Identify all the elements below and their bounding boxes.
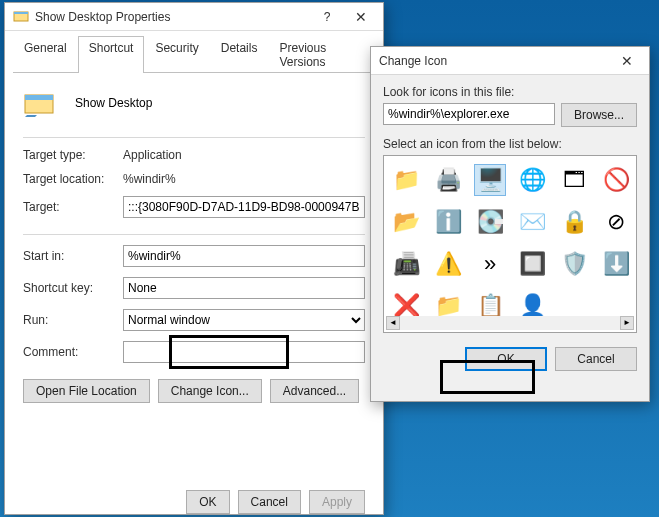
cancel-button[interactable]: Cancel <box>238 490 301 514</box>
svg-rect-1 <box>14 12 28 14</box>
target-input[interactable] <box>123 196 365 218</box>
change-icon-button[interactable]: Change Icon... <box>158 379 262 403</box>
comment-label: Comment: <box>23 345 123 359</box>
open-file-location-button[interactable]: Open File Location <box>23 379 150 403</box>
start-in-label: Start in: <box>23 249 123 263</box>
target-type-value: Application <box>123 148 182 162</box>
warning-icon[interactable]: ⚠️ <box>432 248 464 280</box>
cascade-windows-icon[interactable]: 🗔 <box>558 164 590 196</box>
tab-details[interactable]: Details <box>210 36 269 73</box>
scroll-right-icon[interactable]: ► <box>620 316 634 330</box>
change-icon-ok-button[interactable]: OK <box>465 347 547 371</box>
svg-marker-4 <box>25 115 37 117</box>
drive-icon[interactable]: 💽 <box>474 206 506 238</box>
folder-open-icon[interactable]: 📂 <box>390 206 422 238</box>
secure-globe-icon[interactable]: 🔒 <box>558 206 590 238</box>
change-icon-dialog: Change Icon ✕ Look for icons in this fil… <box>370 46 650 402</box>
scroll-left-icon[interactable]: ◄ <box>386 316 400 330</box>
icon-list[interactable]: 📁🖨️🖥️🌐🗔🚫📂ℹ️💽✉️🔒⊘📠⚠️»🔲🛡️⬇️❌📁📋👤 ◄ ► <box>383 155 637 333</box>
folder-icon[interactable]: 📁 <box>390 164 422 196</box>
change-icon-title: Change Icon <box>379 54 447 68</box>
block-icon[interactable]: ⊘ <box>600 206 632 238</box>
shortcut-key-label: Shortcut key: <box>23 281 123 295</box>
icon-path-input[interactable] <box>383 103 555 125</box>
tab-general[interactable]: General <box>13 36 78 73</box>
mail-icon[interactable]: ✉️ <box>516 206 548 238</box>
target-location-value: %windir% <box>123 172 176 186</box>
shortcut-key-input[interactable] <box>123 277 365 299</box>
close-icon[interactable]: ✕ <box>341 6 381 28</box>
target-label: Target: <box>23 200 123 214</box>
tab-security[interactable]: Security <box>144 36 209 73</box>
tab-shortcut[interactable]: Shortcut <box>78 36 145 73</box>
properties-tabs: General Shortcut Security Details Previo… <box>13 35 375 73</box>
shield-globe-icon[interactable]: 🛡️ <box>558 248 590 280</box>
tab-previous-versions[interactable]: Previous Versions <box>268 36 375 73</box>
target-type-label: Target type: <box>23 148 123 162</box>
ok-button[interactable]: OK <box>186 490 229 514</box>
select-icon-label: Select an icon from the list below: <box>383 137 637 151</box>
monitor-icon[interactable]: 🖥️ <box>474 164 506 196</box>
properties-dialog: Show Desktop Properties ? ✕ General Shor… <box>4 2 384 515</box>
run-label: Run: <box>23 313 123 327</box>
globe-icon[interactable]: 🌐 <box>516 164 548 196</box>
svg-rect-3 <box>25 95 53 100</box>
close-icon[interactable]: ✕ <box>607 50 647 72</box>
fast-forward-icon[interactable]: » <box>474 248 506 280</box>
info-icon[interactable]: ℹ️ <box>432 206 464 238</box>
window-grid-icon[interactable]: 🔲 <box>516 248 548 280</box>
icon-list-scrollbar[interactable]: ◄ ► <box>386 316 634 330</box>
properties-titlebar[interactable]: Show Desktop Properties ? ✕ <box>5 3 383 31</box>
properties-title: Show Desktop Properties <box>35 10 170 24</box>
run-select[interactable]: Normal window <box>123 309 365 331</box>
change-icon-titlebar[interactable]: Change Icon ✕ <box>371 47 649 75</box>
app-icon <box>23 87 55 119</box>
shortcut-arrow-icon <box>13 9 29 25</box>
look-for-icons-label: Look for icons in this file: <box>383 85 637 99</box>
app-name: Show Desktop <box>75 96 152 110</box>
help-icon[interactable]: ? <box>313 6 341 28</box>
apply-button[interactable]: Apply <box>309 490 365 514</box>
fax-icon[interactable]: 📠 <box>390 248 422 280</box>
advanced-button[interactable]: Advanced... <box>270 379 359 403</box>
browse-button[interactable]: Browse... <box>561 103 637 127</box>
comment-input[interactable] <box>123 341 365 363</box>
change-icon-cancel-button[interactable]: Cancel <box>555 347 637 371</box>
start-in-input[interactable] <box>123 245 365 267</box>
target-location-label: Target location: <box>23 172 123 186</box>
download-icon[interactable]: ⬇️ <box>600 248 632 280</box>
no-entry-window-icon[interactable]: 🚫 <box>600 164 632 196</box>
printer-help-icon[interactable]: 🖨️ <box>432 164 464 196</box>
